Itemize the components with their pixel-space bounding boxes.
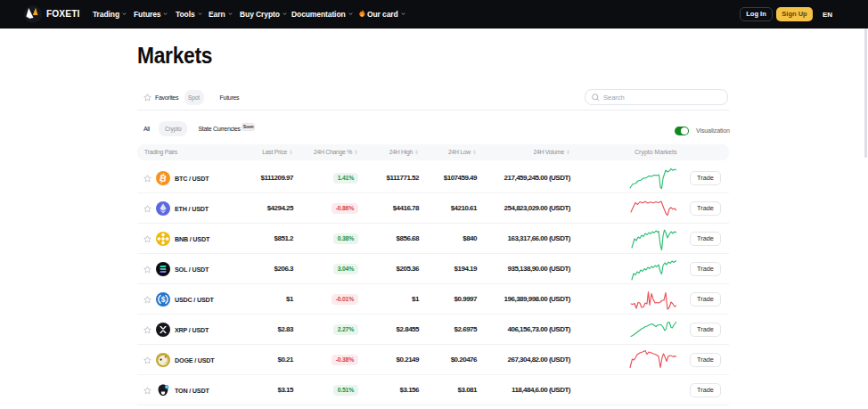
svg-text:$: $	[161, 295, 166, 304]
